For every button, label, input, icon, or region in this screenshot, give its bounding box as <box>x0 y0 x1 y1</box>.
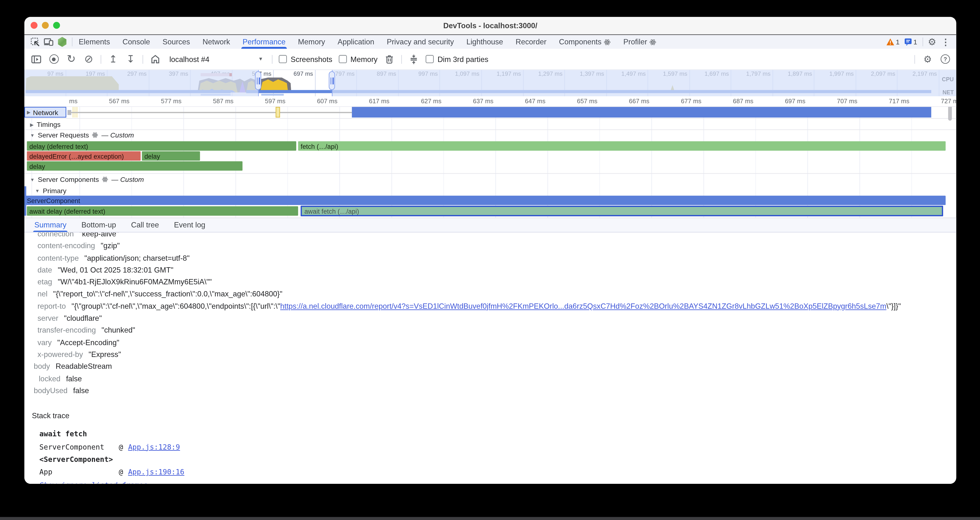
timings-track-header[interactable]: ▶ Timings <box>30 121 60 128</box>
flame-event-label: ServerComponent <box>27 197 80 204</box>
header-row: etag "W/\"4b1-RjEJloX9kRinu6F0MAZMmy6E5i… <box>24 277 956 288</box>
network-event-marker[interactable] <box>275 107 280 118</box>
header-key: transfer-encoding <box>38 324 96 337</box>
panel-tab[interactable]: Console <box>116 35 156 49</box>
primary-group-header[interactable]: ▼ Primary <box>35 187 66 194</box>
header-key: nel <box>38 288 48 301</box>
upload-profile-icon[interactable]: ↥ <box>108 54 119 65</box>
selection-handle-left[interactable] <box>255 71 261 90</box>
memory-checkbox[interactable]: Memory <box>339 55 378 64</box>
expand-triangle-icon[interactable]: ▼ <box>30 132 35 138</box>
panel-tab[interactable]: Elements <box>73 35 116 49</box>
show-ignore-listed-frames-link[interactable]: Show ignore-listed frames <box>39 479 148 484</box>
console-message-badge[interactable]: 1 <box>905 38 917 46</box>
details-tab[interactable]: Call tree <box>124 218 166 232</box>
header-value: "keep-alive" <box>80 232 119 240</box>
toggle-sidebar-icon[interactable] <box>30 54 42 65</box>
flame-event-bar[interactable]: await fetch (…/api) <box>301 206 943 216</box>
network-track[interactable]: ▶ Network <box>24 107 956 118</box>
header-value: "Accept-Encoding" <box>57 337 119 349</box>
report-endpoint-link[interactable]: https://a.nel.cloudflare.com/report/v4?s… <box>280 302 886 310</box>
primary-group-label: Primary <box>43 187 66 194</box>
screenshots-checkbox[interactable]: Screenshots <box>279 55 332 64</box>
panel-tab-label: Privacy and security <box>387 38 454 46</box>
server-components-track-header[interactable]: ▼ Server Components — Custom <box>30 176 144 183</box>
network-request-bar[interactable] <box>352 107 931 118</box>
ruler-unit: ms <box>24 96 80 106</box>
overview-dim-left <box>24 70 258 96</box>
collapse-triangle-icon[interactable]: ▶ <box>30 122 33 127</box>
devtools-tabstrip: Elements Console Sources <box>24 35 956 49</box>
warning-count: 1 <box>896 38 900 46</box>
frame-source-link[interactable]: App.js:190:16 <box>128 466 184 479</box>
frame-at: @ <box>119 440 123 453</box>
panel-tab[interactable]: Recorder <box>509 35 553 49</box>
panel-tab[interactable]: Sources <box>156 35 196 49</box>
panel-tab[interactable]: Performance <box>236 35 292 49</box>
checkbox-box[interactable] <box>426 55 434 63</box>
screen-bottom-strip <box>0 517 980 520</box>
react-atom-icon <box>92 132 99 138</box>
network-track-header[interactable]: ▶ Network <box>24 107 66 118</box>
panel-tab[interactable]: Lighthouse <box>460 35 509 49</box>
timeline-overview[interactable]: 97 ms197 ms297 ms397 ms497 ms597 ms697 m… <box>24 70 956 96</box>
panel-tab[interactable]: Application <box>331 35 380 49</box>
console-warning-badge[interactable]: 1 <box>886 38 900 46</box>
flamechart-ruler: ms 567 ms577 ms587 ms597 ms607 ms617 ms6… <box>24 96 956 107</box>
checkbox-box[interactable] <box>279 55 287 63</box>
flame-event-bar[interactable]: ServerComponent <box>24 196 945 205</box>
details-tab[interactable]: Event log <box>166 218 213 232</box>
dim-3rd-parties-checkbox[interactable]: Dim 3rd parties <box>426 55 488 64</box>
vertical-scrollbar-thumb[interactable] <box>948 107 952 121</box>
help-icon[interactable]: ? <box>941 54 950 64</box>
selection-handle-right[interactable] <box>329 71 335 90</box>
panel-settings-gear-icon[interactable]: ⚙ <box>924 54 932 65</box>
panel-tab[interactable]: Components <box>553 35 617 49</box>
ruler-tick-label: 657 ms <box>548 96 600 106</box>
inspect-icon[interactable] <box>30 37 40 46</box>
react-atom-icon <box>650 38 657 45</box>
expand-triangle-icon[interactable]: ▼ <box>35 188 40 194</box>
garbage-collect-icon[interactable] <box>384 54 395 65</box>
flame-event-label: delay <box>145 152 160 160</box>
screen: DevTools - localhost:3000/ Elements <box>0 0 980 520</box>
panel-tab[interactable]: Memory <box>292 35 331 49</box>
details-tab[interactable]: Bottom-up <box>74 218 124 232</box>
panel-tab[interactable]: Privacy and security <box>380 35 460 49</box>
flame-event-bar[interactable]: delayedError (…ayed exception) <box>27 151 141 161</box>
header-row-report-to: report-to "{\"group\":\"cf-nel\",\"max_a… <box>24 301 956 313</box>
panel-tab[interactable]: Network <box>196 35 236 49</box>
flame-event-bar[interactable]: delay <box>142 151 200 161</box>
clear-recording-button[interactable]: ⊘ <box>83 54 94 65</box>
frame-name: <ServerComponent> <box>39 453 119 466</box>
header-value: "Express" <box>89 349 121 361</box>
server-requests-track-header[interactable]: ▼ Server Requests — Custom <box>30 131 134 139</box>
expand-triangle-icon[interactable]: ▼ <box>30 177 35 182</box>
flame-event-bar[interactable]: await delay (deferred text) <box>27 206 298 216</box>
flame-event-bar[interactable]: fetch (…/api) <box>298 142 945 151</box>
collapse-triangle-icon[interactable]: ▶ <box>27 110 30 115</box>
collapse-recording-icon[interactable] <box>408 54 420 65</box>
device-toolbar-icon[interactable] <box>44 38 54 46</box>
header-value: ReadableStream <box>56 361 112 373</box>
checkbox-box[interactable] <box>339 55 347 63</box>
frame-source-link[interactable]: App.js:128:9 <box>128 440 180 453</box>
home-icon[interactable] <box>149 54 161 65</box>
stack-frame: App @ App.js:190:16 <box>24 466 956 479</box>
kebab-menu-icon[interactable]: ⋮ <box>941 37 950 47</box>
panel-tab-label: Memory <box>298 38 325 46</box>
header-value: "cloudflare" <box>64 313 102 324</box>
panel-tab-label: Recorder <box>515 38 546 46</box>
flame-event-bar[interactable]: delay (deferred text) <box>27 142 296 151</box>
panel-tab[interactable]: Profiler <box>617 35 663 49</box>
settings-gear-icon[interactable]: ⚙ <box>928 36 936 48</box>
details-tab[interactable]: Summary <box>27 218 74 232</box>
reload-and-record-button[interactable]: ↻ <box>65 54 77 65</box>
header-row: connection "keep-alive" <box>24 232 956 240</box>
flamechart-tracks[interactable]: ▶ Network ▶ Timings ▼ Server Requests <box>24 107 956 218</box>
record-button[interactable] <box>48 54 60 65</box>
download-profile-icon[interactable]: ↧ <box>125 54 136 65</box>
history-dropdown[interactable]: localhost #4 ▼ <box>167 54 266 65</box>
summary-pane: connection "keep-alive" content-encoding… <box>24 232 956 484</box>
flame-event-bar[interactable]: delay <box>27 161 242 171</box>
